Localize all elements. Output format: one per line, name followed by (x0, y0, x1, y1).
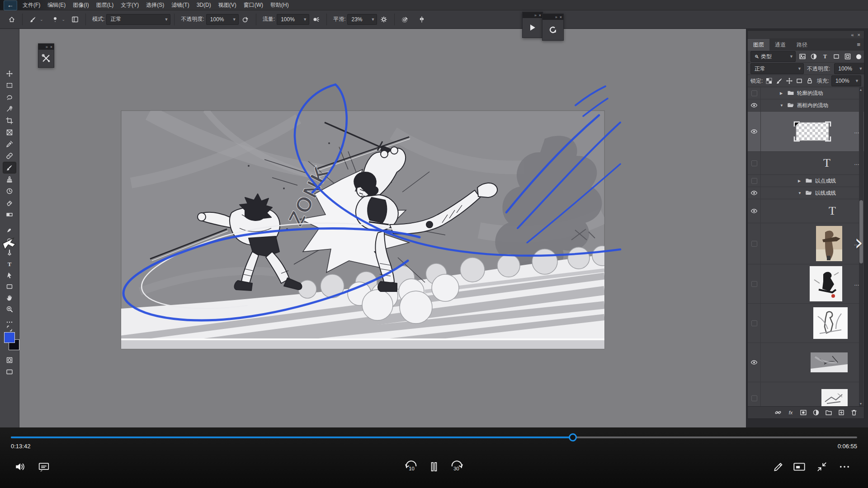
panel-close-icon[interactable]: × (560, 15, 562, 19)
frame-tool[interactable] (3, 127, 16, 138)
volume-button[interactable] (13, 460, 28, 474)
layer-group-row[interactable]: ▶轮廓的流动 (748, 87, 864, 99)
panel-close-icon[interactable]: × (858, 32, 860, 38)
layer-row[interactable]: T (748, 199, 864, 223)
visibility-empty[interactable] (748, 152, 761, 174)
link-icon[interactable] (774, 409, 782, 416)
exit-fullscreen-button[interactable] (814, 460, 830, 474)
subtitles-button[interactable] (36, 460, 52, 474)
visibility-eye-icon[interactable] (748, 199, 761, 223)
filter-smart-object-icon[interactable] (843, 52, 852, 61)
eraser-tool[interactable] (3, 197, 16, 208)
pause-button[interactable] (426, 460, 442, 474)
visibility-empty[interactable] (748, 382, 761, 406)
menu-item[interactable]: 滤镜(T) (168, 0, 193, 10)
layer-row[interactable] (748, 382, 864, 406)
mode-select[interactable]: 正常▼ (106, 14, 170, 25)
group-name[interactable]: 以线成线 (815, 190, 836, 197)
filter-shape-icon[interactable] (832, 52, 841, 61)
mini-player-button[interactable] (792, 460, 807, 474)
visibility-empty[interactable] (748, 264, 761, 303)
zoom-tool[interactable] (3, 304, 16, 314)
layer-group-row[interactable]: ▼画框内的流动 (748, 99, 864, 112)
pressure-opacity-icon[interactable] (240, 14, 251, 25)
filter-adjustment-icon[interactable] (809, 52, 818, 61)
filter-toggle[interactable] (856, 54, 861, 59)
layer-row[interactable] (748, 304, 864, 343)
mask-icon[interactable] (800, 409, 807, 416)
seek-bar[interactable] (11, 436, 857, 438)
adjust-icon[interactable] (812, 409, 820, 416)
marquee-tool[interactable] (3, 80, 16, 91)
smudge-tool[interactable] (3, 225, 16, 235)
paint-symmetry-icon[interactable] (416, 14, 427, 25)
panel-menu-icon[interactable]: ≡ (857, 41, 860, 48)
layer-thumbnail[interactable] (811, 352, 848, 372)
panel-collapse-icon[interactable]: » (46, 45, 48, 49)
crop-tool[interactable] (3, 115, 16, 126)
gear-icon[interactable] (378, 14, 389, 25)
group-chevron-icon[interactable]: ▼ (798, 191, 802, 195)
skip-back-10-button[interactable]: 10 (404, 460, 419, 474)
brush-size-icon[interactable] (50, 14, 61, 25)
panel-close-icon[interactable]: × (539, 13, 541, 18)
hand-tool[interactable] (3, 292, 16, 303)
menu-item[interactable]: 视图(V) (215, 0, 240, 10)
lock-paint-icon[interactable] (775, 77, 783, 85)
swap-colors-icon[interactable] (3, 325, 16, 332)
lock-artboard-icon[interactable] (796, 77, 803, 85)
lock-all-icon[interactable] (806, 77, 813, 85)
visibility-eye-icon[interactable] (748, 112, 761, 151)
brush-size-chevron[interactable]: ⌄ (62, 17, 66, 22)
seek-thumb[interactable] (569, 433, 577, 441)
screen-mode-icon[interactable] (3, 366, 16, 377)
airbrush-icon[interactable] (311, 14, 321, 25)
filter-type-icon[interactable]: T (821, 52, 830, 61)
layer-thumbnail[interactable]: T (829, 204, 836, 218)
move-tool[interactable] (3, 68, 16, 79)
menu-item[interactable]: 3D(D) (193, 0, 215, 10)
folder-icon[interactable] (825, 409, 832, 416)
group-chevron-icon[interactable]: ▼ (780, 103, 784, 108)
menu-item[interactable]: 文字(Y) (117, 0, 142, 10)
fill-select[interactable]: 100%▼ (831, 75, 861, 86)
layer-group-row[interactable]: ▶以点成线 (748, 175, 864, 187)
menu-item[interactable]: 图像(I) (69, 0, 92, 10)
scroll-up-icon[interactable]: ▲ (859, 88, 863, 91)
home-icon[interactable] (6, 14, 17, 25)
group-name[interactable]: 画框内的流动 (797, 102, 828, 109)
visibility-empty[interactable] (748, 87, 761, 99)
layer-thumbnail[interactable]: T (823, 156, 830, 170)
layer-thumbnail[interactable] (813, 307, 848, 339)
layer-thumbnail[interactable] (810, 266, 842, 301)
healing-brush-tool[interactable] (3, 150, 16, 161)
layer-row[interactable]: … (748, 112, 864, 152)
eyedropper-tool[interactable] (3, 139, 16, 150)
layer-row[interactable] (748, 343, 864, 382)
fx-icon[interactable]: fx (787, 409, 794, 416)
panel-collapse-icon[interactable]: « (851, 32, 854, 38)
play-icon[interactable] (523, 18, 542, 37)
scroll-down-icon[interactable]: ▼ (859, 402, 863, 405)
layer-thumbnail[interactable] (821, 389, 848, 406)
smoothing-select[interactable]: 23%▼ (347, 14, 377, 25)
panel-collapse-icon[interactable]: » (534, 13, 537, 18)
menu-item[interactable]: 帮助(H) (267, 0, 292, 10)
new-layer-icon[interactable] (838, 409, 845, 416)
customize-tools-icon[interactable] (38, 50, 54, 66)
menu-item[interactable]: 编辑(E) (44, 0, 69, 10)
visibility-eye-icon[interactable] (748, 99, 761, 111)
clone-stamp-tool[interactable] (3, 174, 16, 185)
layer-row[interactable]: T… (748, 152, 864, 175)
layer-thumbnail[interactable] (793, 121, 831, 142)
panel-collapse-icon[interactable]: » (555, 15, 557, 19)
menu-item[interactable]: 选择(S) (142, 0, 168, 10)
tab-通道[interactable]: 通道 (769, 39, 791, 51)
lasso-tool[interactable] (3, 92, 16, 103)
group-chevron-icon[interactable]: ▶ (780, 91, 784, 95)
layer-opacity-select[interactable]: 100%▼ (834, 63, 865, 74)
skip-forward-30-button[interactable]: 30 (449, 460, 464, 474)
layer-group-row[interactable]: ▼以线成线 (748, 187, 864, 199)
menu-item[interactable]: 窗口(W) (240, 0, 267, 10)
toggle-brush-panel-icon[interactable] (70, 14, 80, 25)
